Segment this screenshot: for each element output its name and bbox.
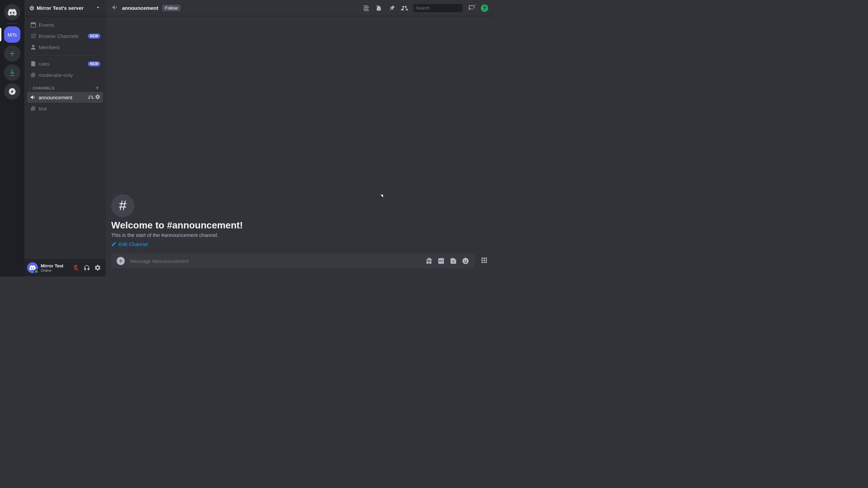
channel-label: test (39, 106, 100, 111)
download-apps-button[interactable] (4, 64, 20, 81)
user-name: Mirror Test (41, 263, 68, 268)
inbox-button[interactable] (468, 4, 475, 12)
status-online-dot (34, 269, 39, 274)
home-button[interactable] (4, 4, 20, 20)
announcement-icon (30, 94, 37, 101)
welcome-hash-icon: # (111, 194, 134, 217)
server-header[interactable]: Mirror Test's server (24, 0, 106, 16)
sidebar-item-label: Browse Channels (39, 33, 86, 39)
chevron-down-icon (28, 86, 32, 90)
channel-rules[interactable]: rules NEW (27, 58, 103, 69)
help-button[interactable]: ? (481, 4, 488, 12)
edit-channel-label: Edit Channel (119, 241, 148, 247)
message-composer[interactable] (111, 253, 475, 268)
create-invite-icon[interactable] (88, 94, 94, 101)
category-channels[interactable]: CHANNELS (27, 81, 103, 92)
channel-sidebar: Mirror Test's server Events Browse Chann… (24, 0, 106, 277)
user-info[interactable]: Mirror Test Online (41, 263, 68, 272)
user-avatar[interactable] (27, 262, 38, 273)
channel-moderator-only[interactable]: moderator-only (27, 69, 103, 80)
category-label: CHANNELS (33, 86, 55, 90)
deafen-button[interactable] (81, 262, 92, 273)
pinned-messages-button[interactable] (388, 4, 395, 12)
welcome-subtitle: This is the start of the #announcement c… (111, 232, 488, 238)
channel-label: moderator-only (39, 72, 100, 78)
notifications-button[interactable] (375, 4, 382, 12)
threads-button[interactable] (362, 4, 370, 12)
server-separator (7, 23, 18, 24)
mute-mic-button[interactable] (71, 262, 81, 273)
gif-button[interactable] (437, 257, 445, 265)
pencil-icon (111, 241, 117, 247)
hash-icon (30, 105, 37, 112)
server-list: MTs (0, 0, 24, 277)
chat-area: announcement Follow ? ◥ (106, 0, 494, 277)
server-name: Mirror Test's server (37, 5, 83, 11)
notification-dot (474, 4, 476, 6)
sidebar-item-label: Events (39, 22, 100, 28)
compass-icon (8, 87, 16, 96)
add-server-button[interactable] (4, 45, 20, 62)
channel-announcement[interactable]: announcement (27, 92, 103, 103)
user-status: Online (41, 268, 68, 272)
rules-icon (30, 60, 37, 67)
plus-icon (8, 49, 16, 58)
browse-icon (30, 33, 37, 39)
member-list-button[interactable] (401, 4, 408, 12)
chat-body: ◥ # Welcome to #announcement! This is th… (106, 16, 494, 253)
chevron-down-icon (95, 4, 101, 12)
channel-label: announcement (39, 95, 86, 100)
create-channel-button[interactable] (94, 85, 100, 92)
apps-button[interactable] (480, 256, 488, 266)
channel-test[interactable]: test (27, 103, 103, 114)
search-input[interactable] (416, 5, 473, 11)
channel-label: rules (39, 61, 86, 67)
announcement-icon (111, 3, 119, 13)
plus-icon (118, 258, 123, 264)
gift-button[interactable] (425, 257, 433, 265)
message-input[interactable] (130, 258, 425, 264)
explore-servers-button[interactable] (4, 83, 20, 100)
sidebar-divider (31, 55, 100, 56)
discord-logo-icon (7, 7, 17, 17)
hash-shield-icon (30, 72, 37, 78)
welcome-title: Welcome to #announcement! (111, 220, 488, 231)
calendar-icon (30, 21, 37, 28)
chat-header: announcement Follow ? (106, 0, 494, 16)
follow-button[interactable]: Follow (162, 5, 181, 11)
edit-channel-link[interactable]: Edit Channel (111, 241, 148, 247)
server-initials: MTs (7, 32, 17, 38)
sidebar-browse-channels[interactable]: Browse Channels NEW (27, 30, 103, 41)
new-badge: NEW (88, 61, 100, 66)
sidebar-events[interactable]: Events (27, 19, 103, 30)
download-icon (8, 68, 16, 77)
user-panel: Mirror Test Online (24, 259, 106, 277)
channel-welcome: # Welcome to #announcement! This is the … (111, 194, 488, 254)
sidebar-item-label: Members (39, 44, 100, 50)
attach-button[interactable] (117, 257, 125, 265)
user-settings-button[interactable] (92, 262, 103, 273)
emoji-button[interactable] (462, 257, 469, 265)
sticker-button[interactable] (450, 257, 457, 265)
members-icon (30, 44, 37, 50)
server-mirror-tests-server[interactable]: MTs (4, 26, 20, 43)
search-box[interactable] (414, 4, 462, 12)
server-badge-icon (29, 5, 35, 11)
edit-channel-icon[interactable] (95, 94, 100, 101)
new-badge: NEW (88, 34, 100, 39)
sidebar-members[interactable]: Members (27, 42, 103, 53)
channel-name: announcement (122, 5, 158, 11)
